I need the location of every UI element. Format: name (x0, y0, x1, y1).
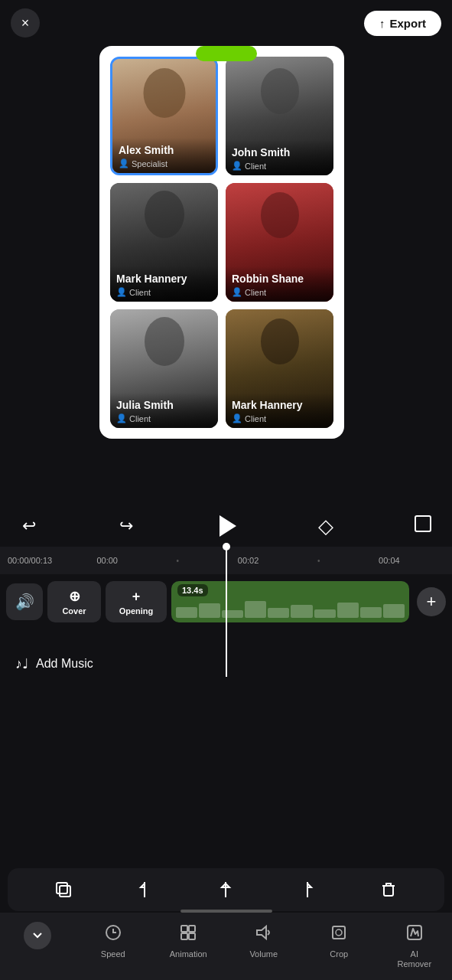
svg-rect-0 (415, 516, 431, 531)
person-name-julia: Julia Smith (116, 399, 212, 412)
person-info-julia: Julia Smith 👤 Client (110, 393, 218, 428)
person-role-julia: 👤 Client (116, 413, 212, 423)
person-name-mark2: Mark Hannery (232, 399, 327, 412)
svg-rect-1 (57, 883, 67, 893)
bottom-nav: Speed Animation Volume Cro (0, 913, 452, 980)
person-card-mark-hannery-2[interactable]: Mark Hannery 👤 Client (226, 309, 333, 428)
person-info-john: John Smith 👤 Client (226, 140, 333, 175)
person-info-robbin: Robbin Shane 👤 Client (226, 266, 333, 302)
top-bar: × ↑ Export (0, 0, 452, 46)
fullscreen-button[interactable] (409, 512, 437, 540)
bottom-tools (8, 868, 444, 911)
export-icon: ↑ (379, 17, 385, 30)
split-end-tool-button[interactable] (291, 873, 324, 906)
clip-waves (171, 599, 409, 618)
close-button[interactable]: × (11, 8, 40, 38)
green-indicator (196, 46, 257, 61)
clip-opening[interactable]: + Opening (106, 581, 167, 622)
nav-item-speed[interactable]: Speed (76, 920, 151, 962)
svg-point-14 (336, 929, 342, 936)
play-icon (219, 515, 236, 537)
keyframe-button[interactable]: ◇ (312, 512, 340, 540)
person-role-mark1: 👤 Client (116, 287, 212, 297)
person-card-alex-smith[interactable]: Alex Smith 👤 Specialist (110, 57, 218, 175)
person-card-mark-hannery-1[interactable]: Mark Hannery 👤 Client (110, 183, 218, 302)
nav-item-animation[interactable]: Animation (151, 920, 226, 962)
playback-controls: ↩ ↪ ◇ (0, 505, 452, 547)
svg-rect-13 (333, 926, 345, 939)
time-markers: 00:00 • 00:02 • 00:04 (52, 556, 444, 565)
svg-rect-10 (181, 933, 187, 939)
person-name-robbin: Robbin Shane (232, 273, 327, 286)
svg-marker-12 (257, 926, 266, 939)
person-name-alex: Alex Smith (119, 144, 210, 157)
opening-label: Opening (119, 606, 154, 616)
timeline-cursor-head (223, 543, 230, 550)
export-button[interactable]: ↑ Export (364, 11, 441, 36)
person-card-john-smith[interactable]: John Smith 👤 Client (226, 57, 333, 175)
volume-icon (255, 923, 273, 946)
person-card-julia-smith[interactable]: Julia Smith 👤 Client (110, 309, 218, 428)
time-marker-1: 00:02 (238, 556, 259, 565)
keyframe-icon: ◇ (318, 514, 333, 538)
animation-icon (179, 923, 197, 946)
role-icon-john: 👤 (232, 161, 242, 171)
audio-icon: 🔊 (15, 593, 34, 611)
redo-button[interactable]: ↪ (112, 512, 140, 540)
speed-icon (104, 923, 122, 946)
svg-rect-8 (181, 926, 187, 932)
person-role-alex: 👤 Specialist (119, 158, 210, 168)
undo-button[interactable]: ↩ (15, 512, 43, 540)
person-role-mark2: 👤 Client (232, 413, 327, 423)
clip-cover[interactable]: ⊕ Cover (47, 581, 101, 622)
nav-label-volume: Volume (249, 949, 278, 959)
delete-tool-button[interactable] (372, 873, 405, 906)
clip-duration: 13.4s (177, 584, 208, 596)
time-marker-2: 00:04 (379, 556, 400, 565)
music-icon: ♪♩ (15, 655, 28, 672)
nav-label-speed: Speed (101, 949, 125, 959)
person-card-robbin-shane[interactable]: Robbin Shane 👤 Client (226, 183, 333, 302)
scroll-indicator (180, 910, 272, 913)
person-name-mark1: Mark Hannery (116, 273, 212, 286)
add-clip-button[interactable]: + (417, 587, 446, 616)
play-button[interactable] (210, 510, 242, 542)
person-info-mark2: Mark Hannery 👤 Client (226, 393, 333, 428)
nav-label-animation: Animation (170, 949, 207, 959)
role-icon-mark2: 👤 (232, 413, 242, 423)
nav-item-ai-remover[interactable]: AI Remover (377, 920, 453, 972)
person-info-alex: Alex Smith 👤 Specialist (112, 138, 216, 173)
redo-icon: ↪ (119, 516, 133, 536)
role-icon-mark1: 👤 (116, 287, 127, 297)
fullscreen-icon (415, 515, 431, 537)
person-info-mark1: Mark Hannery 👤 Client (110, 266, 218, 302)
timeline-cursor[interactable] (226, 547, 227, 677)
add-music-label: Add Music (36, 657, 93, 671)
svg-rect-2 (60, 886, 70, 897)
nav-item-crop[interactable]: Crop (301, 920, 377, 962)
svg-rect-9 (189, 926, 195, 932)
person-name-john: John Smith (232, 146, 327, 159)
time-marker-0: 00:00 (96, 556, 118, 565)
current-time: 00:00/00:13 (8, 556, 52, 565)
role-icon-robbin: 👤 (232, 287, 242, 297)
nav-label-crop: Crop (330, 949, 348, 959)
cover-icon: ⊕ (69, 588, 80, 605)
person-picker: Alex Smith 👤 Specialist John Smith 👤 Cli… (99, 46, 344, 439)
nav-chevron[interactable] (0, 920, 76, 952)
audio-button[interactable]: 🔊 (6, 583, 43, 620)
person-role-john: 👤 Client (232, 161, 327, 171)
split-start-tool-button[interactable] (128, 873, 161, 906)
clip-main[interactable]: 13.4s (171, 581, 409, 622)
nav-item-volume[interactable]: Volume (226, 920, 302, 962)
svg-rect-11 (189, 933, 195, 939)
role-icon: 👤 (119, 158, 129, 168)
copy-tool-button[interactable] (47, 873, 80, 906)
undo-icon: ↩ (22, 516, 36, 536)
nav-label-ai-remover: AI Remover (397, 949, 431, 969)
person-role-robbin: 👤 Client (232, 287, 327, 297)
split-tool-button[interactable] (209, 873, 242, 906)
chevron-down-icon[interactable] (24, 922, 51, 949)
svg-rect-6 (384, 886, 393, 896)
opening-icon: + (132, 589, 141, 605)
